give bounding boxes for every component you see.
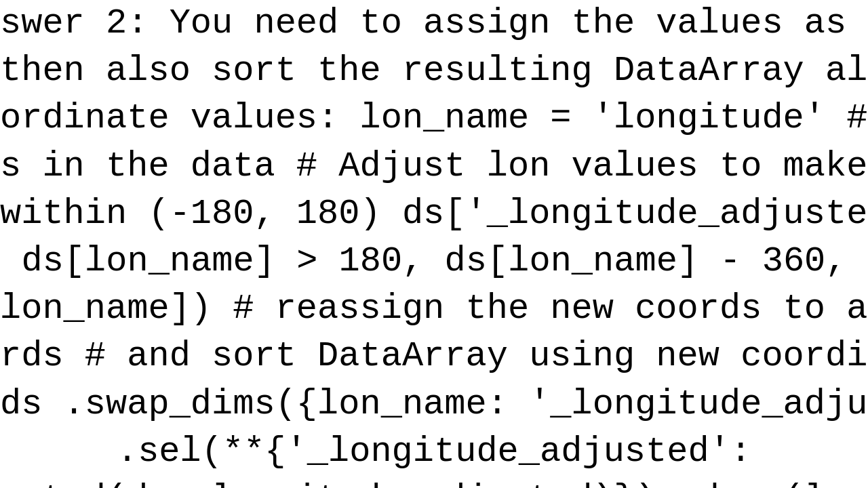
code-line-10: .sel(**{'_longitude_adjusted': (0, 428, 868, 476)
code-line-1: swer 2: You need to assign the values as… (0, 0, 868, 47)
code-line-6: ds[lon_name] > 180, ds[lon_name] - 360, (0, 238, 868, 285)
code-line-4: s in the data # Adjust lon values to mak… (0, 143, 868, 190)
code-line-3: ordinate values: lon_name = 'longitude' … (0, 95, 868, 142)
code-line-2: then also sort the resulting DataArray a… (0, 47, 868, 95)
code-line-11: orted(ds._longitude_adjusted)}) .drop(lo… (0, 476, 868, 488)
code-line-9: ds .swap_dims({lon_name: '_longitude_adj… (0, 381, 868, 428)
code-display: swer 2: You need to assign the values as… (0, 0, 868, 488)
code-line-8: rds # and sort DataArray using new coord… (0, 333, 868, 380)
code-line-5: within (-180, 180) ds['_longitude_adjust… (0, 190, 868, 238)
code-line-7: lon_name]) # reassign the new coords to … (0, 285, 868, 333)
